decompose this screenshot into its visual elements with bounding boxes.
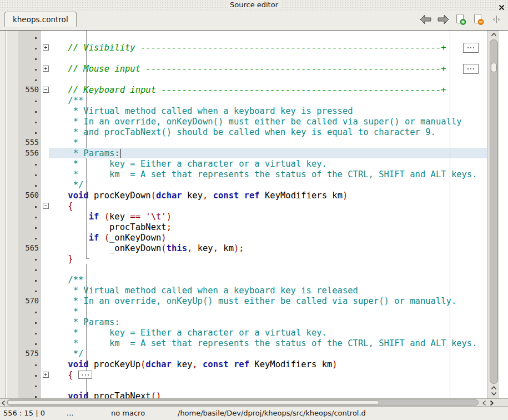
code-line: * Virtual method called when a keyboard … bbox=[47, 286, 358, 296]
code-line: if (_onKeyDown) bbox=[47, 233, 167, 243]
line-dot bbox=[18, 95, 39, 106]
close-icon[interactable] bbox=[498, 2, 505, 9]
status-panel-2: ... bbox=[67, 407, 73, 420]
code-line: /** bbox=[47, 275, 83, 286]
scroll-up-icon[interactable] bbox=[490, 32, 497, 37]
line-dot bbox=[18, 232, 39, 243]
line-dot bbox=[18, 359, 39, 369]
vertical-scroll-track[interactable] bbox=[490, 39, 498, 384]
line-dot bbox=[18, 317, 39, 327]
vertical-scroll-thumb[interactable] bbox=[491, 63, 497, 72]
line-dot bbox=[18, 158, 39, 169]
line-dot bbox=[18, 127, 39, 137]
code-line: { bbox=[47, 201, 73, 212]
line-dot bbox=[18, 74, 39, 84]
line-dot bbox=[18, 253, 39, 264]
code-editor[interactable]: // Visibility --------------------------… bbox=[0, 31, 508, 398]
code-line: * Params: bbox=[47, 148, 120, 159]
line-dot bbox=[18, 327, 39, 338]
code-line: * In an override, onKeyUp() must either … bbox=[47, 296, 456, 307]
code-line: * key = Either a character or a virtual … bbox=[47, 328, 327, 338]
line-dot bbox=[18, 285, 39, 296]
code-line: * key = Either a character or a virtual … bbox=[47, 159, 327, 169]
collapsed-fold-ellipsis[interactable] bbox=[463, 64, 479, 74]
code-line: // Keyboard input ----------------------… bbox=[47, 85, 446, 96]
tab-bar: kheops.control bbox=[0, 11, 508, 27]
line-dot bbox=[18, 32, 39, 42]
new-document-icon[interactable] bbox=[455, 13, 467, 26]
code-line: } bbox=[47, 254, 73, 264]
line-number: 555 bbox=[18, 137, 39, 148]
line-number: 556 bbox=[18, 148, 39, 158]
code-line: // Mouse input -------------------------… bbox=[47, 64, 446, 74]
line-dot bbox=[18, 42, 39, 53]
line-dot bbox=[18, 306, 39, 317]
line-dot bbox=[18, 201, 39, 211]
line-number: 560 bbox=[18, 190, 39, 201]
nav-forward-icon[interactable] bbox=[437, 13, 449, 26]
status-bar: 556 : 15 | 0 ... no macro /home/basile/D… bbox=[0, 406, 508, 420]
code-line: */ bbox=[47, 349, 83, 359]
detach-editor-icon[interactable] bbox=[490, 13, 502, 26]
horizontal-scroll-thumb[interactable] bbox=[7, 400, 379, 405]
scroll-left-icon[interactable] bbox=[0, 400, 7, 406]
scroll-left2-icon[interactable] bbox=[481, 400, 487, 406]
titlebar: Source editor bbox=[0, 0, 508, 11]
line-dot bbox=[18, 391, 39, 398]
close-document-icon[interactable] bbox=[472, 13, 485, 26]
line-dot bbox=[18, 274, 39, 285]
code-line: * and procTabNext() should be called whe… bbox=[47, 127, 436, 138]
line-dot bbox=[18, 222, 39, 232]
code-line: * In an override, onKeyDown() must eithe… bbox=[47, 117, 462, 127]
code-line: if (key == '\t') bbox=[47, 212, 172, 222]
line-number: 570 bbox=[18, 296, 39, 306]
nav-back-icon[interactable] bbox=[419, 13, 431, 26]
code-line: /** bbox=[47, 96, 83, 106]
code-line: */ bbox=[47, 180, 83, 191]
scroll-down-icon[interactable] bbox=[490, 391, 497, 396]
line-number: 550 bbox=[18, 84, 39, 95]
window-title: Source editor bbox=[227, 1, 281, 9]
line-dot bbox=[18, 179, 39, 190]
code-line: * bbox=[47, 307, 78, 317]
code-line: // Visibility --------------------------… bbox=[47, 43, 446, 53]
code-line: void procKeyUp(dchar key, const ref KeyM… bbox=[47, 359, 338, 370]
editor-toolbar bbox=[419, 13, 502, 26]
scroll-right-icon[interactable] bbox=[488, 400, 495, 406]
line-number: 575 bbox=[18, 348, 39, 359]
code-line: * km = A set that represents the status … bbox=[47, 169, 477, 180]
gutter-layer: 550555556560565570575 bbox=[0, 31, 50, 398]
line-dot bbox=[18, 53, 39, 63]
toolbar-separator bbox=[0, 27, 508, 31]
cursor-position: 556 : 15 | 0 bbox=[3, 407, 45, 420]
code-line: { bbox=[47, 370, 73, 381]
collapsed-fold-ellipsis[interactable] bbox=[78, 371, 92, 379]
code-line: void procTabNext() bbox=[47, 391, 161, 398]
source-editor-window: Source editor kheops.control bbox=[0, 0, 508, 420]
text-caret bbox=[120, 149, 121, 158]
scroll-up2-icon[interactable] bbox=[490, 385, 497, 391]
line-dot bbox=[18, 338, 39, 348]
code-line: * Virtual method called when a keyboard … bbox=[47, 106, 353, 117]
horizontal-scroll-track[interactable] bbox=[7, 399, 479, 406]
macro-state: no macro bbox=[111, 407, 145, 420]
line-dot bbox=[18, 369, 39, 380]
collapsed-fold-ellipsis[interactable] bbox=[463, 43, 479, 53]
line-dot bbox=[18, 264, 39, 274]
file-path: /home/basile/Dev/dproj/kheops/src/kheops… bbox=[178, 407, 366, 420]
vertical-scrollbar[interactable] bbox=[487, 31, 499, 398]
line-dot bbox=[18, 380, 39, 391]
code-line: procTabNext; bbox=[47, 222, 172, 233]
code-line: _onKeyDown(this, key, km); bbox=[47, 243, 244, 254]
tab-kheops-control[interactable]: kheops.control bbox=[4, 12, 77, 27]
code-line: void procKeyDown(dchar key, const ref Ke… bbox=[47, 191, 348, 201]
line-dot bbox=[18, 116, 39, 127]
code-line: * km = A set that represents the status … bbox=[47, 338, 477, 349]
line-dot bbox=[18, 63, 39, 74]
code-line: * Params: bbox=[47, 317, 120, 328]
line-dot bbox=[18, 169, 39, 179]
horizontal-scrollbar[interactable] bbox=[0, 398, 508, 406]
line-dot bbox=[18, 211, 39, 222]
line-number: 565 bbox=[18, 243, 39, 253]
code-line: * bbox=[47, 138, 78, 148]
